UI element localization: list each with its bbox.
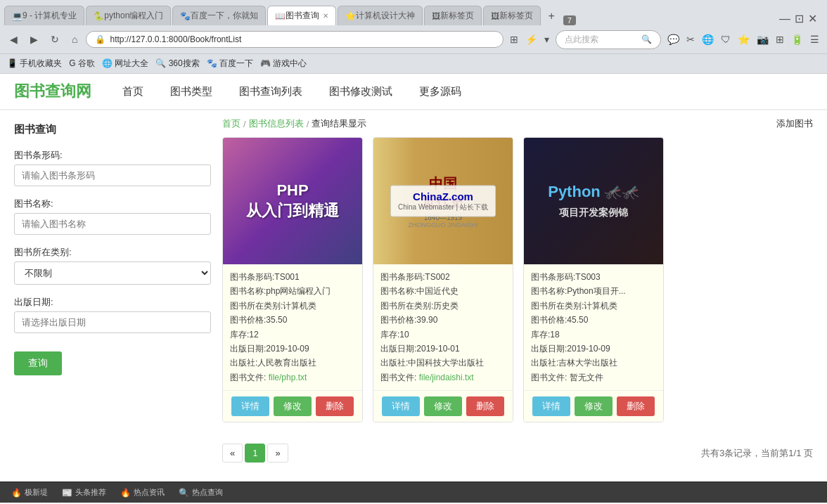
book1-price: 图书价格:35.50: [230, 313, 355, 327]
star-icon[interactable]: ⭐: [736, 32, 752, 47]
tab-7[interactable]: 🖼 新标签页: [483, 6, 541, 25]
page-1-button[interactable]: 1: [245, 444, 265, 463]
tab-5[interactable]: ⭐ 计算机设计大神: [338, 6, 423, 25]
translate-icon[interactable]: 🌐: [700, 32, 716, 47]
date-field-group: 出版日期:: [14, 296, 211, 333]
bookmark-google[interactable]: G 谷歌: [69, 58, 95, 70]
bookmark-baidu[interactable]: 🐾 百度一下: [207, 58, 253, 70]
bookmark-games[interactable]: 🎮 游戏中心: [260, 58, 307, 70]
pagination: « 1 »: [222, 444, 288, 463]
tab-5-label: 计算机设计大神: [356, 10, 415, 22]
taskbar-item-2[interactable]: 📰 头条推荐: [58, 486, 110, 499]
tab-5-icon: ⭐: [345, 11, 356, 21]
book1-file-link[interactable]: file/php.txt: [269, 373, 307, 382]
tab-3[interactable]: 🐾 百度一下，你就知: [172, 6, 266, 25]
book1-edit-button[interactable]: 修改: [274, 396, 312, 416]
bookname-input[interactable]: [14, 213, 211, 235]
search-bar[interactable]: 点此搜索 🔍: [556, 30, 661, 49]
book-info-2: 图书条形码:TS002 图书名称:中国近代史 图书所在类别:历史类 图书价格:3…: [373, 264, 513, 390]
book3-name: 图书名称:Python项目开...: [531, 284, 656, 298]
book3-category: 图书所在类别:计算机类: [531, 299, 656, 313]
nav-home[interactable]: 首页: [120, 84, 146, 100]
ssl-icon: 🔒: [95, 34, 105, 44]
taskbar-item-1[interactable]: 🔥 极新堤: [7, 486, 52, 499]
book2-edit-button[interactable]: 修改: [424, 396, 462, 416]
tab-3-icon: 🐾: [180, 11, 191, 21]
url-bar[interactable]: 🔒 http://127.0.0.1:8000/Book/frontList: [86, 31, 504, 48]
nav-edit-test[interactable]: 图书修改测试: [326, 84, 395, 100]
wechat-icon[interactable]: 💬: [665, 32, 681, 47]
nav-list[interactable]: 图书查询列表: [236, 84, 305, 100]
close-button[interactable]: ✕: [808, 12, 817, 25]
back-button[interactable]: ◀: [6, 31, 22, 48]
tab-2[interactable]: 🐍 python编程入门: [86, 6, 171, 25]
bookmark-nav[interactable]: 🌐 网址大全: [102, 58, 148, 70]
shield-icon[interactable]: 🛡: [719, 32, 733, 47]
scissors-icon[interactable]: ✂: [684, 32, 697, 47]
book1-delete-button[interactable]: 删除: [316, 396, 354, 416]
site-logo: 图书查询网: [14, 81, 91, 102]
photo-icon[interactable]: 📷: [755, 32, 771, 47]
bookmark-mobile[interactable]: 📱 手机收藏夹: [7, 58, 62, 70]
barcode-input[interactable]: [14, 164, 211, 186]
tab-2-label: python编程入门: [104, 10, 163, 22]
lightning-icon[interactable]: ⚡: [523, 32, 539, 47]
book-info-3: 图书条形码:TS003 图书名称:Python项目开... 图书所在类别:计算机…: [524, 264, 663, 390]
breadcrumb-list[interactable]: 图书信息列表: [249, 117, 304, 130]
maximize-button[interactable]: ⊡: [795, 12, 804, 25]
minimize-button[interactable]: —: [779, 13, 790, 25]
book2-detail-button[interactable]: 详情: [382, 396, 420, 416]
date-input[interactable]: [14, 311, 211, 333]
category-select[interactable]: 不限制: [14, 261, 211, 285]
query-button[interactable]: 查询: [14, 351, 62, 375]
nav-categories[interactable]: 图书类型: [167, 84, 215, 100]
book1-name: 图书名称:php网站编程入门: [230, 284, 355, 298]
tab-4-label: 图书查询: [286, 10, 319, 22]
new-tab-button[interactable]: +: [542, 7, 560, 25]
book3-barcode: 图书条形码:TS003: [531, 270, 656, 284]
home-button[interactable]: ⌂: [68, 31, 82, 48]
book3-detail-button[interactable]: 详情: [532, 396, 570, 416]
book2-stock: 库存:10: [380, 328, 506, 342]
reload-button[interactable]: ↻: [46, 31, 63, 48]
taskbar-label-3: 热点资讯: [134, 487, 165, 498]
book2-file-link[interactable]: file/jindaishi.txt: [419, 373, 474, 382]
tab-4-active[interactable]: 📖 图书查询 ✕: [267, 6, 336, 25]
add-book-link[interactable]: 添加图书: [776, 117, 813, 130]
prev-page-button[interactable]: «: [222, 444, 243, 463]
book1-actions: 详情 修改 删除: [223, 390, 362, 422]
bookname-label: 图书名称:: [14, 198, 211, 210]
tab-4-close[interactable]: ✕: [323, 12, 328, 20]
book3-stock: 库存:18: [531, 328, 656, 342]
forward-button[interactable]: ▶: [26, 31, 42, 48]
tab-4-icon: 📖: [275, 11, 286, 21]
breadcrumb-home[interactable]: 首页: [222, 117, 241, 130]
tab-7-label: 新标签页: [499, 10, 533, 22]
bookmark-360[interactable]: 🔍 360搜索: [155, 58, 199, 70]
next-page-button[interactable]: »: [267, 444, 288, 463]
site-header: 图书查询网 首页 图书类型 图书查询列表 图书修改测试 更多源码: [0, 74, 827, 110]
tab-count: 7: [563, 15, 576, 25]
chevron-down-icon[interactable]: ▾: [542, 32, 551, 47]
tab-1[interactable]: 💻 9 - 计算机专业: [4, 6, 84, 25]
tab-6[interactable]: 🖼 新标签页: [424, 6, 482, 25]
battery-icon[interactable]: 🔋: [789, 32, 805, 47]
extensions-icon[interactable]: ⊞: [508, 32, 520, 47]
book3-edit-button[interactable]: 修改: [575, 396, 613, 416]
windows-icon[interactable]: ⊞: [774, 32, 786, 47]
menu-icon[interactable]: ☰: [808, 32, 821, 47]
taskbar-icon-1: 🔥: [11, 488, 22, 498]
book3-date: 出版日期:2019-10-09: [531, 342, 656, 356]
nav-more-source[interactable]: 更多源码: [416, 84, 464, 100]
breadcrumb: 首页 / 图书信息列表 / 查询结果显示: [222, 117, 366, 130]
book3-publisher: 出版社:吉林大学出版社: [531, 356, 656, 370]
book1-detail-button[interactable]: 详情: [231, 396, 269, 416]
book2-delete-button[interactable]: 删除: [466, 396, 504, 416]
toolbar-icons: ⊞ ⚡ ▾: [508, 32, 551, 47]
book3-delete-button[interactable]: 删除: [617, 396, 655, 416]
taskbar-item-4[interactable]: 🔍 热点查询: [174, 486, 227, 499]
tab-1-icon: 💻: [12, 11, 23, 21]
book-card-1: PHP从入门到精通 图书条形码:TS001 图书名称:php网站编程入门 图书所…: [222, 137, 363, 422]
breadcrumb-current: 查询结果显示: [312, 117, 366, 130]
taskbar-item-3[interactable]: 🔥 热点资讯: [116, 486, 169, 499]
